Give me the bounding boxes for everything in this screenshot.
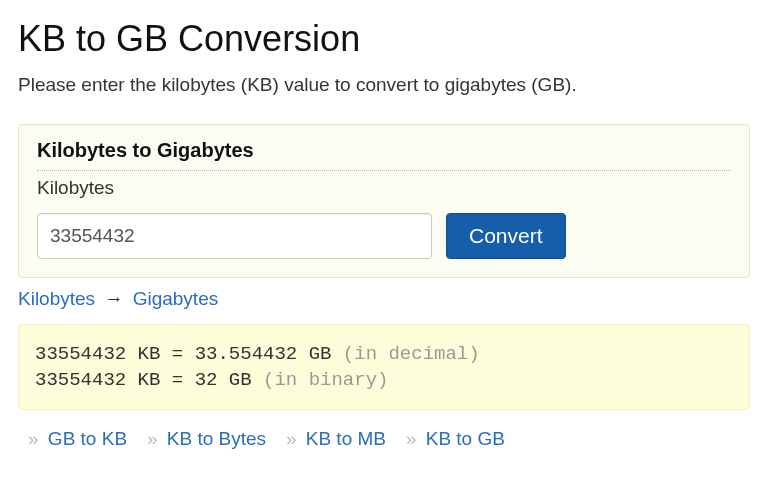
- input-label: Kilobytes: [37, 177, 731, 199]
- sep-icon: »: [28, 428, 39, 449]
- result-binary-note: (in binary): [252, 369, 389, 391]
- kilobytes-input[interactable]: [37, 213, 432, 259]
- result-box: 33554432 KB = 33.554432 GB (in decimal) …: [18, 324, 750, 410]
- related-link[interactable]: GB to KB: [48, 428, 127, 449]
- result-decimal-note: (in decimal): [331, 343, 479, 365]
- crumb-to-link[interactable]: Gigabytes: [133, 288, 219, 309]
- sep-icon: »: [147, 428, 158, 449]
- related-link[interactable]: KB to MB: [306, 428, 386, 449]
- sep-icon: »: [286, 428, 297, 449]
- panel-heading: Kilobytes to Gigabytes: [37, 139, 731, 171]
- input-row: Convert: [37, 213, 731, 259]
- related-links: » GB to KB » KB to Bytes » KB to MB » KB…: [18, 428, 750, 450]
- result-decimal-value: 33554432 KB = 33.554432 GB: [35, 343, 331, 365]
- related-link[interactable]: KB to GB: [426, 428, 505, 449]
- related-link[interactable]: KB to Bytes: [167, 428, 266, 449]
- sep-icon: »: [406, 428, 417, 449]
- result-line-binary: 33554432 KB = 32 GB (in binary): [35, 369, 733, 391]
- crumb-from-link[interactable]: Kilobytes: [18, 288, 95, 309]
- page-title: KB to GB Conversion: [18, 18, 750, 60]
- unit-crumb: Kilobytes → Gigabytes: [18, 288, 750, 310]
- arrow-icon: →: [104, 288, 123, 309]
- result-binary-value: 33554432 KB = 32 GB: [35, 369, 252, 391]
- conversion-panel: Kilobytes to Gigabytes Kilobytes Convert: [18, 124, 750, 278]
- intro-text: Please enter the kilobytes (KB) value to…: [18, 74, 750, 96]
- result-line-decimal: 33554432 KB = 33.554432 GB (in decimal): [35, 343, 733, 365]
- convert-button[interactable]: Convert: [446, 213, 566, 259]
